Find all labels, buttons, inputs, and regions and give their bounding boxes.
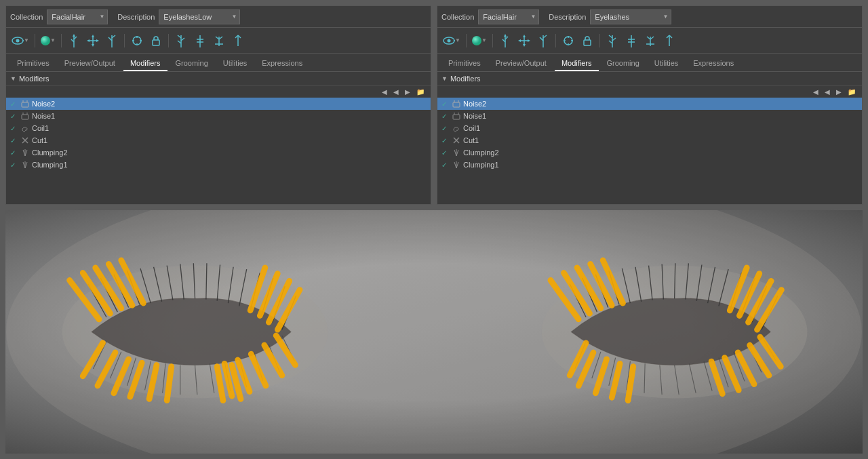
right-mod-icon-clumping2 — [452, 148, 460, 157]
right-mod-icon-noise1 — [452, 112, 460, 120]
right-tab-primitives[interactable]: Primitives — [441, 56, 488, 71]
svg-point-1 — [16, 39, 20, 42]
left-modifier-clumping2-label: Clumping2 — [32, 148, 68, 157]
left-branch-btn[interactable] — [173, 31, 189, 50]
svg-rect-89 — [453, 115, 460, 119]
right-tab-grooming[interactable]: Grooming — [600, 56, 646, 71]
left-move-btn[interactable] — [85, 31, 101, 50]
right-tab-preview[interactable]: Preview/Output — [489, 56, 553, 71]
right-cut-btn[interactable] — [623, 31, 639, 50]
svg-marker-12 — [96, 39, 99, 42]
right-tabs-bar: Primitives Preview/Output Modifiers Groo… — [437, 54, 862, 72]
right-move-btn[interactable] — [516, 31, 532, 50]
right-modifier-clumping2[interactable]: ✓ Clumping2 — [437, 146, 862, 159]
left-plant-up-btn[interactable] — [66, 31, 82, 50]
left-modifier-noise1[interactable]: ✓ Noise1 — [6, 110, 431, 122]
left-mod-back-btn[interactable]: ◀ — [380, 87, 389, 96]
right-modifier-noise1-label: Noise1 — [463, 112, 486, 120]
left-modifier-cut1[interactable]: ✓ Cut1 — [6, 134, 431, 146]
right-mod-folder-btn[interactable]: 📁 — [846, 87, 858, 96]
right-description-label: Description — [549, 13, 586, 21]
left-tab-modifiers[interactable]: Modifiers — [123, 56, 167, 71]
right-crosshair-btn[interactable] — [560, 31, 576, 50]
left-tab-primitives[interactable]: Primitives — [10, 56, 56, 71]
left-tab-expressions[interactable]: Expressions — [255, 56, 309, 71]
left-lock-btn[interactable] — [148, 31, 164, 50]
left-tall-btn[interactable] — [230, 31, 246, 50]
left-plant-btn[interactable] — [104, 31, 120, 50]
right-modifiers-title: Modifiers — [450, 75, 481, 83]
right-modifier-clumping2-label: Clumping2 — [463, 148, 499, 157]
right-modifiers-section: ▼ Modifiers ◀ ◀ ▶ 📁 ✓ Noise2 ✓ — [437, 72, 862, 204]
left-check-noise1: ✓ — [10, 113, 18, 120]
right-mod-back2-btn[interactable]: ◀ — [823, 87, 832, 96]
right-modifiers-toolbar: ◀ ◀ ▶ 📁 — [437, 86, 862, 98]
right-sphere-tool-btn[interactable]: ▼ — [471, 31, 488, 50]
left-modifier-noise2[interactable]: ✓ Noise2 — [6, 98, 431, 110]
right-modifier-noise1[interactable]: ✓ Noise1 — [437, 110, 862, 122]
left-mod-icon-cut1 — [21, 136, 29, 144]
top-panels: Collection FacialHair Description Eyelas… — [0, 0, 868, 210]
green-sphere-icon — [41, 36, 50, 45]
right-mod-icon-clumping1 — [452, 161, 460, 169]
left-toolbar: ▼ ▼ — [6, 28, 431, 54]
svg-point-51 — [448, 39, 451, 42]
left-crosshair-btn[interactable] — [129, 31, 145, 50]
right-mod-icon-noise2 — [452, 100, 460, 108]
left-modifiers-header: ▼ Modifiers — [6, 72, 431, 86]
right-check-clumping1: ✓ — [441, 161, 450, 169]
right-mod-back-btn[interactable]: ◀ — [811, 87, 821, 96]
right-tall-btn[interactable] — [661, 31, 677, 50]
right-modifiers-collapse[interactable]: ▼ — [441, 75, 448, 82]
right-check-cut1: ✓ — [441, 137, 450, 144]
left-modifier-coil1-label: Coil1 — [32, 124, 49, 132]
left-modifier-clumping1-label: Clumping1 — [32, 161, 68, 169]
left-mod-back2-btn[interactable]: ◀ — [391, 87, 401, 96]
right-branch-btn[interactable] — [604, 31, 620, 50]
svg-rect-21 — [153, 40, 159, 45]
left-collection-dropdown[interactable]: FacialHair — [47, 9, 108, 24]
right-modifier-noise2-label: Noise2 — [463, 100, 486, 108]
left-cut-btn[interactable] — [192, 31, 208, 50]
left-check-clumping2: ✓ — [10, 149, 18, 157]
right-mod-forward-btn[interactable]: ▶ — [834, 87, 844, 96]
left-eye-tool-btn[interactable]: ▼ — [10, 31, 31, 50]
left-toolbar-sep3 — [124, 34, 125, 47]
right-plant-up-btn[interactable] — [497, 31, 513, 50]
right-plant-btn[interactable] — [535, 31, 551, 50]
right-modifier-cut1[interactable]: ✓ Cut1 — [437, 134, 862, 146]
left-mod-icon-noise2 — [21, 100, 29, 108]
left-check-coil1: ✓ — [10, 125, 18, 132]
left-tab-preview[interactable]: Preview/Output — [58, 56, 122, 71]
left-modifiers-list: ✓ Noise2 ✓ Noise1 ✓ Coil1 — [6, 98, 431, 204]
left-modifiers-collapse[interactable]: ▼ — [10, 75, 16, 82]
right-collection-dropdown[interactable]: FacialHair — [478, 9, 539, 24]
left-mod-folder-btn[interactable]: 📁 — [414, 87, 427, 96]
left-mod-forward-btn[interactable]: ▶ — [403, 87, 412, 96]
svg-rect-71 — [584, 40, 591, 45]
main-layout: Collection FacialHair Description Eyelas… — [0, 0, 868, 459]
left-modifier-clumping1[interactable]: ✓ Clumping1 — [6, 159, 431, 171]
right-eye-tool-btn[interactable]: ▼ — [441, 31, 462, 50]
left-tab-utilities[interactable]: Utilities — [216, 56, 254, 71]
left-description-dropdown[interactable]: EyelashesLow — [159, 9, 240, 24]
right-tab-utilities[interactable]: Utilities — [648, 56, 685, 71]
right-lock-btn[interactable] — [579, 31, 595, 50]
left-sphere-tool-btn[interactable]: ▼ — [39, 31, 57, 50]
right-tab-modifiers[interactable]: Modifiers — [555, 56, 599, 71]
right-modifier-noise2[interactable]: ✓ Noise2 — [437, 98, 862, 110]
right-modifier-coil1[interactable]: ✓ Coil1 — [437, 122, 862, 134]
left-modifier-coil1[interactable]: ✓ Coil1 — [6, 122, 431, 134]
left-modifier-clumping2[interactable]: ✓ Clumping2 — [6, 146, 431, 159]
left-modifiers-section: ▼ Modifiers ◀ ◀ ▶ 📁 ✓ Noise2 ✓ — [6, 72, 431, 204]
svg-rect-36 — [22, 102, 28, 107]
left-tabs-bar: Primitives Preview/Output Modifiers Groo… — [6, 54, 431, 72]
right-description-dropdown[interactable]: Eyelashes — [590, 9, 671, 24]
right-tab-expressions[interactable]: Expressions — [686, 56, 741, 71]
bottom-viewport[interactable] — [5, 210, 863, 454]
right-wide-btn[interactable] — [642, 31, 658, 50]
left-panel-header: Collection FacialHair Description Eyelas… — [6, 6, 431, 28]
left-tab-grooming[interactable]: Grooming — [169, 56, 215, 71]
right-modifier-clumping1[interactable]: ✓ Clumping1 — [437, 159, 862, 171]
left-wide-btn[interactable] — [211, 31, 227, 50]
